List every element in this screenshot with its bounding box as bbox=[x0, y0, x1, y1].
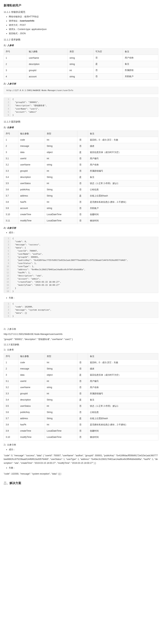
list-item: 网络传输协议：使用HTTP协议 bbox=[9, 15, 158, 18]
table-row: 3.1userIdint否用户编号 bbox=[4, 156, 158, 162]
table-row: 3.1userIdint否用户编号 bbox=[4, 378, 158, 384]
table-row: 3.6publicKeyString否公钥信息 bbox=[4, 186, 158, 193]
table-row: 3.3groupIdint否所属群组编号 bbox=[4, 390, 158, 397]
table-row: 2messageString否描述 bbox=[4, 143, 158, 149]
fail-json-box: 1{2 "code": 102000,3 "message": "system … bbox=[4, 302, 158, 318]
section-protocol: 11.1.1 传输协议规范 bbox=[4, 10, 158, 14]
protocol-list: 网络传输协议：使用HTTP协议请求地址：/user/userInfo请求方式：P… bbox=[4, 15, 158, 35]
col-header bbox=[77, 130, 88, 137]
table-row: 3.2userNamestring否用户名称 bbox=[4, 162, 158, 168]
col-header: 输出参数 bbox=[18, 130, 45, 137]
table-row: 3.8hasPkInt否是否拥有私钥信息(1-拥有，2-不拥有) bbox=[4, 422, 158, 428]
lower-in-example-heading: 2）入参示例 bbox=[4, 327, 158, 331]
table-row: 3.5userStatusint否状态（1-正常 2-停用） 默认1 bbox=[4, 403, 158, 409]
table-row: 3.11modifyTimeLocalDateTime否修改时间 bbox=[4, 218, 158, 224]
table-row: 3.9createTimeLocalDateTime否创建时间 bbox=[4, 428, 158, 434]
success-label: 成功： bbox=[9, 231, 158, 234]
heading-in-table: 1）入参表 bbox=[4, 44, 158, 47]
section-request-params: 11.1.2 请求参数 bbox=[4, 38, 158, 41]
lower-out-table-heading: 1）出参表 bbox=[4, 348, 158, 352]
heading-out-table: 1）出参表 bbox=[4, 126, 158, 129]
solution-heading: 二、解决方案 bbox=[4, 481, 158, 485]
col-header: 可为空 bbox=[93, 48, 123, 55]
col-header: 备注 bbox=[88, 353, 158, 360]
col-header: 类型 bbox=[67, 48, 93, 55]
col-header: 类型 bbox=[45, 130, 77, 137]
table-row: 4accountstring否关联账户 bbox=[4, 74, 158, 80]
table-row: 3.6publicKeyString否公钥信息 bbox=[4, 409, 158, 415]
col-header: 序号 bbox=[4, 130, 18, 137]
lower-url-text: http://127.0.0.1:5001/WeBASE-Node-Manage… bbox=[4, 332, 158, 336]
table-row: 3.10createTimeLocalDateTime否创建时间 bbox=[4, 211, 158, 218]
list-item: 返回格式：JSON bbox=[9, 32, 158, 35]
fail-label: 失败： bbox=[9, 296, 158, 300]
success-json-box: 1{2 "code": 0,3 "message": "success",4 "… bbox=[4, 237, 158, 293]
lower-out-example-heading: 2）出参示例 bbox=[4, 443, 158, 446]
col-header: 备注 bbox=[123, 48, 158, 55]
lower-success-text: "code": 0, "message": "success", "data":… bbox=[4, 454, 158, 465]
lower-fail-label: 失败： bbox=[9, 466, 158, 470]
list-item: 请求方式：POST bbox=[9, 24, 158, 27]
heading-out-example: 2）出参示例 bbox=[4, 226, 158, 230]
table-row: 2descriptionstring是备注 bbox=[4, 61, 158, 67]
output-params-table: 序号输出参数类型备注1codeInt否返回码，0：成功 其它：失败2messag… bbox=[4, 130, 158, 224]
table-row: 1userNamestring否用户名称 bbox=[4, 55, 158, 61]
col-header bbox=[77, 353, 88, 360]
table-row: 3dataobject是返回信息实体（成功时不为空） bbox=[4, 372, 158, 378]
table-row: 3dataobject是返回信息实体（成功时不为空） bbox=[4, 149, 158, 156]
request-body-box: 1{2 "groupId": "300001",3 "description":… bbox=[4, 98, 158, 117]
lower-success-label: 成功： bbox=[9, 448, 158, 451]
section-response-params: 11.1.3 返回参数 bbox=[4, 120, 158, 124]
table-row: 3.8hasPkInt否是否拥有私钥信息(1-拥有，2-不拥有) bbox=[4, 199, 158, 205]
lower-fail-text: "code": 102000, "message": "system excep… bbox=[4, 472, 158, 476]
col-header: 类型 bbox=[45, 353, 77, 360]
table-row: 3.3groupIdint否所属群组编号 bbox=[4, 168, 158, 174]
lower-response-heading: 11.1.3 返回参数 bbox=[4, 343, 158, 346]
table-row: 3groupIdint否所属群组 bbox=[4, 67, 158, 74]
input-params-table: 序号输入参数类型可为空备注1userNamestring否用户名称2descri… bbox=[4, 48, 158, 80]
output-params-table-2: 序号输出参数类型备注1codeInt否返回码，0：成功 其它：失败2messag… bbox=[4, 353, 158, 440]
col-header: 输出参数 bbox=[18, 353, 45, 360]
table-row: 3.9accountstring否关联账户 bbox=[4, 205, 158, 211]
table-row: 1codeInt否返回码，0：成功 其它：失败 bbox=[4, 137, 158, 143]
list-item: 请求地址：/user/userInfo bbox=[9, 20, 158, 22]
list-item: 请求头：Content-type: application/json bbox=[9, 28, 158, 31]
table-row: 3.10modifyTimeLocalDateTime否修改时间 bbox=[4, 434, 158, 440]
table-row: 3.7addressString是在链上位置的hash bbox=[4, 193, 158, 199]
table-row: 3.5userStatusint否状态（1-正常 2-停用） 默认1 bbox=[4, 180, 158, 186]
table-row: 1codeInt否返回码，0：成功 其它：失败 bbox=[4, 360, 158, 366]
request-url-box: http://127.0.0.1:5001/WeBASE-Node-Manage… bbox=[4, 87, 158, 94]
col-header: 序号 bbox=[4, 353, 18, 360]
table-row: 3.7addressString是在链上位置的hash bbox=[4, 415, 158, 422]
table-row: 3.4descriptionString是备注 bbox=[4, 397, 158, 403]
col-header: 备注 bbox=[88, 130, 158, 137]
table-row: 2messageString否描述 bbox=[4, 366, 158, 372]
table-row: 3.2userNamestring否用户名称 bbox=[4, 384, 158, 390]
col-header: 输入参数 bbox=[27, 48, 68, 55]
col-header: 序号 bbox=[4, 48, 27, 55]
table-row: 3.4descriptionString是备注 bbox=[4, 174, 158, 180]
heading-in-example: 2）入参示例 bbox=[4, 82, 158, 85]
page-title: 新增私钥用户 bbox=[4, 4, 158, 8]
lower-body-text: "groupId": "300001", "description": "密钥拥… bbox=[4, 338, 158, 341]
